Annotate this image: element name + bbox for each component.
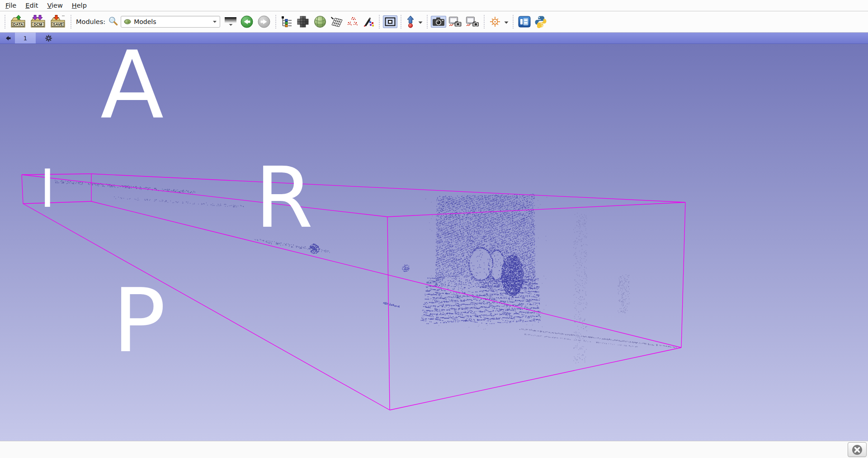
- mesh-grid-pencil-icon: [330, 16, 343, 28]
- chevron-down-icon: [212, 20, 217, 24]
- mesh-editor-button[interactable]: [329, 15, 344, 29]
- crosshair-button[interactable]: [488, 15, 502, 28]
- menu-bar: File Edit View Help: [0, 0, 868, 11]
- movie-maker-alt-button[interactable]: [464, 15, 481, 28]
- dock-back-arrow-icon[interactable]: [0, 33, 15, 43]
- open-data-folder-icon: DATA: [10, 14, 26, 29]
- modules-combobox[interactable]: Models: [121, 16, 220, 28]
- annotation-pen-icon: [362, 16, 374, 27]
- toolbar-handle: [379, 15, 380, 29]
- close-icon: [851, 444, 863, 456]
- toolbar-handle: [275, 15, 276, 29]
- orientation-letter-R: R: [255, 156, 313, 240]
- view-settings-gear-icon[interactable]: [45, 33, 52, 43]
- undo-button[interactable]: [239, 14, 255, 29]
- view-tab-bar: 1: [0, 33, 868, 44]
- menu-file[interactable]: File: [1, 1, 21, 10]
- display-gradient-button[interactable]: [223, 16, 238, 27]
- undo-icon: [240, 15, 254, 29]
- bounding-box-icon: [384, 16, 396, 27]
- status-bar: [0, 441, 868, 458]
- pointset-red-dots-icon: [347, 16, 359, 27]
- python-console-button[interactable]: [533, 14, 548, 29]
- modules-label: Modules:: [76, 18, 105, 25]
- plugin-view-button[interactable]: [517, 15, 532, 29]
- crosshair-icon: [489, 16, 501, 27]
- menu-help[interactable]: Help: [67, 1, 91, 10]
- monitor-camera-icon: [448, 16, 462, 27]
- save-project-button[interactable]: SAVE: [48, 13, 67, 30]
- python-icon: [534, 15, 547, 28]
- pointset-button[interactable]: [345, 15, 360, 28]
- main-toolbar: DATA DCM SAVE Modules: [0, 11, 868, 33]
- chevron-down-icon: [229, 24, 233, 26]
- modules-combobox-value: Models: [134, 18, 212, 25]
- gradient-bar-icon: [225, 17, 236, 23]
- reinit-button[interactable]: [405, 14, 416, 29]
- camera-icon: [432, 17, 445, 27]
- annotation-pen-button[interactable]: [361, 15, 376, 28]
- monitor-camera-alt-icon: [466, 16, 479, 27]
- screenshot-button[interactable]: [431, 16, 446, 28]
- plugin-icon: [518, 16, 531, 28]
- svg-text:DCM: DCM: [33, 22, 42, 27]
- model-blob-icon: [124, 19, 131, 24]
- voxel-cube-icon: [296, 15, 310, 28]
- reinit-dropdown-arrow[interactable]: [418, 18, 423, 26]
- crosshair-dropdown-arrow[interactable]: [504, 18, 509, 26]
- orientation-letter-P: P: [113, 277, 166, 365]
- orientation-letter-I: I: [40, 163, 55, 215]
- surface-button[interactable]: [312, 14, 328, 29]
- bounding-box-button[interactable]: [383, 15, 397, 28]
- toolbar-handle: [71, 15, 71, 29]
- save-project-folder-icon: SAVE: [50, 14, 66, 29]
- open-dicom-button[interactable]: DCM: [28, 13, 47, 30]
- toolbar-handle: [484, 15, 485, 29]
- menu-view[interactable]: View: [42, 1, 67, 10]
- movie-maker-button[interactable]: [447, 15, 463, 28]
- 3d-render-window[interactable]: AIRP: [0, 44, 868, 441]
- orientation-letter-A: A: [100, 44, 164, 132]
- voxel-image-button[interactable]: [295, 14, 311, 29]
- toolbar-handle: [401, 15, 401, 29]
- toolbar-handle: [427, 15, 428, 29]
- svg-text:DATA: DATA: [13, 22, 23, 27]
- surface-sphere-icon: [313, 15, 327, 28]
- arrow-ball-icon: [406, 15, 415, 28]
- view-tab-1[interactable]: 1: [15, 33, 36, 43]
- toolbar-handle: [5, 15, 5, 29]
- menu-edit[interactable]: Edit: [21, 1, 42, 10]
- search-icon[interactable]: [108, 16, 118, 28]
- open-dicom-folder-icon: DCM: [30, 14, 46, 29]
- view-tab-label: 1: [24, 35, 27, 42]
- data-manager-tree-icon: [281, 15, 292, 28]
- open-data-button[interactable]: DATA: [9, 13, 28, 30]
- application-window: File Edit View Help DATA DCM: [0, 0, 868, 458]
- redo-icon: [257, 15, 271, 29]
- svg-text:SAVE: SAVE: [53, 22, 63, 27]
- data-manager-button[interactable]: [279, 14, 294, 29]
- redo-button[interactable]: [256, 14, 272, 29]
- toolbar-handle: [513, 15, 514, 29]
- close-button[interactable]: [848, 442, 867, 457]
